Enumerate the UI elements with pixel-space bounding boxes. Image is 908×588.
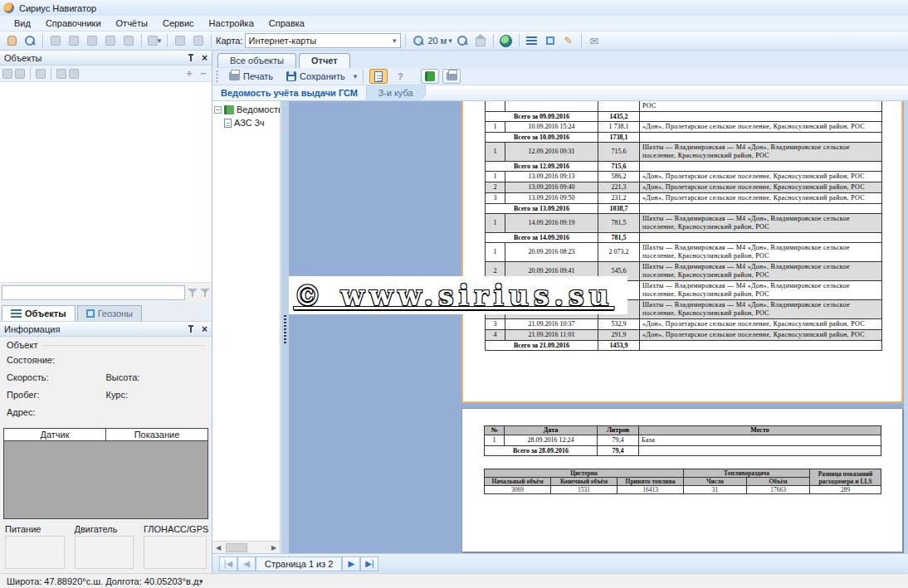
map-select[interactable]: Интернет-карты ▾ [245,33,401,48]
cell-date: 20.09.2016 08:23 [505,243,598,262]
total-value: 781,5 [598,233,640,243]
total-value: 1435,2 [598,112,640,122]
tab-all-objects[interactable]: Все объекты [217,53,296,68]
sphere-icon[interactable] [69,69,79,79]
zoom-out-button[interactable] [454,33,471,49]
pan-button[interactable] [3,33,20,49]
page-navigation-bar: |◀ ◀ Страница 1 из 2 ▶ ▶| [212,553,908,573]
layers-button[interactable]: ▾ [146,33,163,49]
mail-icon: ✉ [589,36,598,46]
total-label: Всего за 12.09.2016 [486,162,598,172]
cell-num: 1 [485,435,505,446]
report-params-button[interactable] [421,69,439,84]
pin-icon[interactable] [187,54,195,62]
objects-tree[interactable] [0,82,212,283]
value-difference: 289 [810,486,881,494]
select-lasso-button[interactable] [66,33,82,49]
filter-icon[interactable] [188,288,198,298]
cell-liters: 291,9 [598,330,640,341]
edit-button[interactable]: ✎ [560,33,577,49]
scrollbar-thumb[interactable] [226,543,247,552]
total-row: Всего за 21.09.2016 1453,9 [486,341,882,351]
menu-nastroika[interactable]: Настройка [202,17,261,30]
object-search-input[interactable] [2,285,185,300]
next-page-button[interactable]: ▶ [342,556,360,571]
tree-node-child[interactable]: АЗС 3ч [224,118,280,128]
home-button[interactable] [472,33,489,49]
binoculars-icon[interactable] [15,69,25,79]
tab-objects[interactable]: Объекты [2,305,76,321]
collapse-icon[interactable]: − [214,106,222,114]
measure-button[interactable] [172,33,188,49]
first-page-button[interactable]: |◀ [219,556,237,571]
menu-spravochniki[interactable]: Справочники [38,17,109,30]
cell-num: 2 [486,182,505,193]
group-icon[interactable] [2,69,12,79]
compass-button[interactable] [190,33,207,49]
last-page-button[interactable]: ▶| [360,556,378,571]
total-row: Всего за 14.09.2016 781,5 [486,233,882,243]
messages-button[interactable]: ✉ [586,33,603,49]
pencil-icon: ✎ [564,36,573,46]
zoom-select-button[interactable] [22,33,38,49]
status-dropdown-icon[interactable]: ▾ [199,577,203,586]
toolbar-grip[interactable] [216,70,218,82]
page-setup-button[interactable] [442,69,461,84]
cell-place: Шахты — Владимировская — М4 «Дон», Влади… [640,300,882,319]
tab-vedomost-gsm[interactable]: Ведомость учёта выдачи ГСМ [212,85,367,100]
cell-liters: 586,2 [598,172,640,182]
total-row: Всего за 09.09.2016 1435,2 [486,112,882,122]
menu-spravka[interactable]: Справка [261,17,312,30]
menu-otchety[interactable]: Отчёты [109,17,155,30]
objects-list-button[interactable] [524,33,540,49]
vehicle-icon[interactable] [56,69,66,79]
document-icon [224,119,232,128]
globe-clock-icon[interactable] [36,69,46,79]
tree-horizontal-scrollbar[interactable]: ◀ ▶ [212,541,280,553]
save-button[interactable]: Сохранить [281,70,350,82]
tree-splitter[interactable] [281,101,289,553]
info-panel-title: Информация [4,324,60,334]
print-button[interactable]: Печать [224,70,278,82]
remove-object-button[interactable]: − [198,67,209,80]
scroll-right-icon[interactable]: ▶ [268,544,280,552]
cell-place: «Дон», Пролетарское сельское поселение, … [640,172,882,182]
map-select-value: Интернет-карты [249,36,317,46]
tree-child-label: АЗС 3ч [234,118,265,128]
add-object-button[interactable]: + [183,67,195,80]
close-icon[interactable]: × [202,325,207,333]
cell-place: Шахты — Владимировская — М4 «Дон», Влади… [640,243,882,262]
tab-geozones[interactable]: Геозоны [77,305,142,321]
cell-place [639,446,881,456]
preview-toggle-button[interactable] [369,69,388,84]
scroll-left-icon[interactable]: ◀ [212,544,224,552]
tab-3i-kuba[interactable]: 3-и куба [367,85,426,100]
draw-rect-button[interactable] [102,33,119,49]
total-label: Всего за 09.09.2016 [486,112,598,122]
cell-date: 13.09.2016 09:13 [505,172,598,182]
geozones-button[interactable] [542,33,559,49]
left-panel: Объекты × + − Объекты Геозоны Информация [0,51,212,573]
cell-place: «Дон», Пролетарское сельское поселение, … [640,330,882,341]
menu-vid[interactable]: Вид [7,17,38,30]
zoom-level-select[interactable]: 20 м ▾ [428,36,452,46]
cell-num: 3 [486,193,505,204]
menu-servis[interactable]: Сервис [155,17,202,30]
select-rect-button[interactable] [47,33,64,49]
filter-clear-icon[interactable] [200,288,210,298]
save-dropdown-arrow[interactable]: ▾ [354,72,358,80]
tree-node-root[interactable]: − Ведомость [214,104,280,114]
prev-page-button[interactable]: ◀ [237,556,256,571]
help-button[interactable]: ? [391,69,409,84]
cell-date [505,101,598,112]
pin-icon[interactable] [187,325,195,333]
viewer-vertical-scrollbar[interactable] [904,101,908,553]
zoom-in-button[interactable] [410,33,427,49]
object-search-row [0,283,212,302]
cell-place [640,341,882,351]
tab-report[interactable]: Отчет [299,53,350,68]
draw-circle-button[interactable] [84,33,100,49]
close-icon[interactable]: × [202,54,207,62]
globe-button[interactable] [498,33,515,49]
draw-polygon-button[interactable] [120,33,137,49]
